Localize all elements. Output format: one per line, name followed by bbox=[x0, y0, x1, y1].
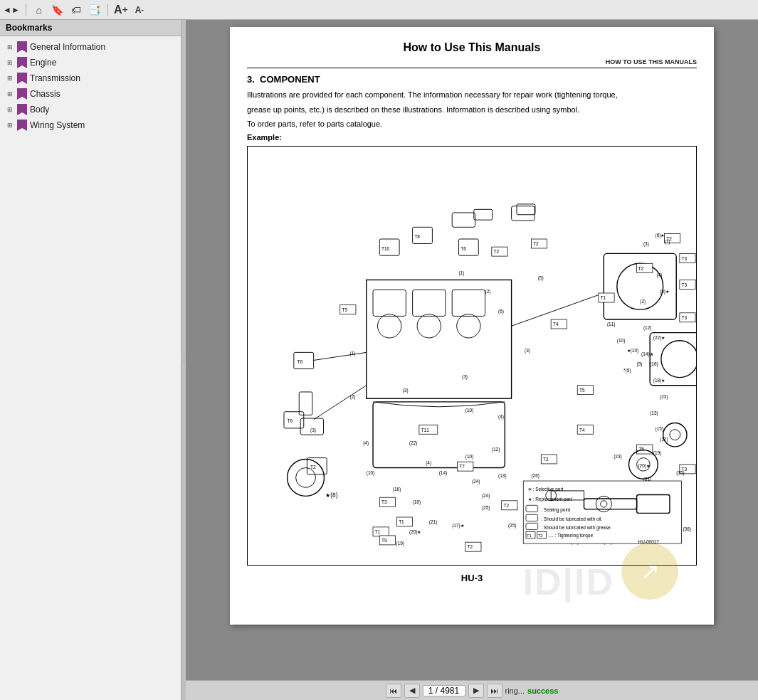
svg-text:T6: T6 bbox=[297, 359, 302, 364]
svg-point-6 bbox=[457, 314, 480, 337]
svg-text:(13): (13) bbox=[498, 473, 507, 479]
svg-text:T2: T2 bbox=[468, 544, 473, 549]
svg-text:✲  : Selective part: ✲ : Selective part bbox=[528, 486, 564, 492]
nav-last-button[interactable]: ⏭ bbox=[487, 684, 502, 698]
svg-point-5 bbox=[417, 314, 441, 337]
svg-rect-7 bbox=[373, 401, 505, 467]
branding-text: ring... bbox=[505, 686, 525, 695]
svg-rect-3 bbox=[452, 290, 485, 316]
svg-text:(3): (3) bbox=[462, 374, 468, 380]
bookmark-marker-chassis bbox=[17, 88, 27, 100]
svg-text:(18): (18) bbox=[413, 499, 421, 505]
svg-point-4 bbox=[378, 314, 401, 337]
svg-rect-177 bbox=[517, 203, 535, 214]
nav-first-button[interactable]: ⏮ bbox=[386, 684, 401, 698]
svg-rect-2 bbox=[413, 290, 446, 316]
svg-point-164 bbox=[670, 429, 680, 440]
page-separator: / bbox=[436, 686, 441, 696]
sidebar-item-chassis[interactable]: ⊞ Chassis bbox=[0, 86, 181, 102]
font-smaller-icon[interactable]: A- bbox=[132, 3, 147, 17]
svg-rect-176 bbox=[474, 209, 493, 220]
svg-text:(24): (24) bbox=[482, 493, 490, 499]
svg-rect-0 bbox=[367, 280, 512, 398]
sidebar-label-chassis: Chassis bbox=[30, 89, 60, 99]
page-footer: HU-3 bbox=[247, 573, 697, 583]
svg-text:T11: T11 bbox=[421, 427, 430, 432]
svg-text:T2: T2 bbox=[538, 533, 544, 537]
home-icon[interactable]: ⌂ bbox=[32, 3, 46, 17]
font-larger-icon[interactable]: A+ bbox=[114, 3, 128, 17]
nav-next-button[interactable]: ▶ bbox=[468, 684, 484, 698]
svg-text:(14)★: (14)★ bbox=[641, 351, 653, 357]
svg-text:T2: T2 bbox=[543, 457, 549, 462]
svg-text:(12): (12) bbox=[643, 324, 652, 330]
sidebar-label-general: General Information bbox=[30, 42, 105, 52]
bookmark-add-icon[interactable]: 📑 bbox=[88, 3, 102, 17]
svg-text:T2: T2 bbox=[638, 265, 643, 270]
document-page: How to Use This Manuals HOW TO USE THIS … bbox=[230, 27, 714, 625]
svg-text:(22): (22) bbox=[409, 440, 418, 446]
bookmark-icon[interactable]: 🔖 bbox=[51, 3, 65, 17]
main-area: Bookmarks ⊞ General Information ⊞ Engine… bbox=[0, 20, 758, 700]
diagram-box: T6 T6 T2 T2 bbox=[247, 146, 697, 566]
svg-text:(14): (14) bbox=[439, 470, 448, 475]
toolbar: ◄► ⌂ 🔖 🏷 📑 A+ A- bbox=[0, 0, 758, 20]
svg-text:T10: T10 bbox=[381, 245, 390, 250]
svg-text:(24): (24) bbox=[472, 478, 480, 484]
sidebar-title: Bookmarks bbox=[6, 23, 52, 33]
sidebar-item-engine[interactable]: ⊞ Engine bbox=[0, 55, 181, 70]
svg-text:(19): (19) bbox=[396, 540, 404, 546]
tag-icon[interactable]: 🏷 bbox=[69, 3, 83, 17]
svg-text:(5): (5) bbox=[538, 275, 544, 281]
expand-icon-wiring: ⊞ bbox=[6, 121, 14, 129]
bookmark-marker-general bbox=[17, 41, 27, 53]
svg-point-163 bbox=[663, 423, 687, 446]
svg-text:T7: T7 bbox=[459, 464, 465, 469]
svg-text:(20)★: (20)★ bbox=[638, 463, 650, 469]
page-indicator[interactable]: 1 / 4981 bbox=[423, 685, 465, 696]
document-title: How to Use This Manuals bbox=[247, 41, 697, 54]
svg-text:.... : Tightening torque: .... : Tightening torque bbox=[548, 532, 593, 538]
svg-text:T5: T5 bbox=[342, 307, 347, 312]
section-para3: To order parts, refer to parts catalogue… bbox=[247, 118, 697, 130]
page-current: 1 bbox=[428, 686, 433, 696]
svg-text:T1: T1 bbox=[527, 533, 532, 537]
svg-text:(1): (1) bbox=[458, 270, 464, 276]
bookmark-marker-body bbox=[17, 104, 27, 115]
svg-text:T3: T3 bbox=[682, 315, 688, 320]
svg-text:T4: T4 bbox=[579, 427, 585, 432]
svg-text:T1: T1 bbox=[375, 529, 381, 534]
svg-text:(15): (15) bbox=[656, 425, 664, 431]
svg-text:★(8): ★(8) bbox=[325, 492, 337, 499]
content-area: How to Use This Manuals HOW TO USE THIS … bbox=[186, 20, 758, 700]
sidebar-items: ⊞ General Information ⊞ Engine ⊞ Transmi… bbox=[0, 36, 181, 700]
expand-icon-transmission: ⊞ bbox=[6, 74, 14, 83]
svg-text:(6)★: (6)★ bbox=[656, 233, 665, 238]
svg-text:HU-00017: HU-00017 bbox=[638, 539, 659, 544]
svg-text:T6: T6 bbox=[288, 418, 293, 423]
sidebar-item-body[interactable]: ⊞ Body bbox=[0, 102, 181, 117]
svg-text:(9): (9) bbox=[637, 361, 643, 366]
sidebar-item-general-information[interactable]: ⊞ General Information bbox=[0, 39, 181, 55]
section-title: 3. COMPONENT bbox=[247, 74, 697, 85]
page-label: HU-3 bbox=[461, 573, 483, 583]
sidebar: Bookmarks ⊞ General Information ⊞ Engine… bbox=[0, 20, 181, 700]
svg-text:: Sealing point: : Sealing point bbox=[541, 507, 570, 512]
sidebar-item-wiring-system[interactable]: ⊞ Wiring System bbox=[0, 117, 181, 133]
svg-text:: Should be lubricated with oi: : Should be lubricated with oil. bbox=[541, 516, 602, 521]
svg-text:(21): (21) bbox=[429, 519, 438, 525]
svg-text:(3): (3) bbox=[643, 241, 649, 247]
svg-text:(23): (23) bbox=[614, 453, 622, 459]
bookmark-marker-engine bbox=[17, 57, 27, 68]
svg-text:(7): (7) bbox=[665, 239, 670, 245]
nav-prev-button[interactable]: ◀ bbox=[404, 684, 420, 698]
page-wrapper: How to Use This Manuals HOW TO USE THIS … bbox=[186, 20, 758, 680]
svg-text:T2: T2 bbox=[494, 249, 500, 254]
sidebar-item-transmission[interactable]: ⊞ Transmission bbox=[0, 70, 181, 86]
example-label: Example: bbox=[247, 133, 697, 142]
svg-text:(16): (16) bbox=[393, 486, 401, 492]
svg-text:(1): (1) bbox=[350, 351, 356, 356]
expand-collapse-icon[interactable]: ◄► bbox=[3, 5, 20, 15]
svg-text:(4): (4) bbox=[426, 460, 431, 465]
svg-text:T2: T2 bbox=[503, 503, 509, 508]
